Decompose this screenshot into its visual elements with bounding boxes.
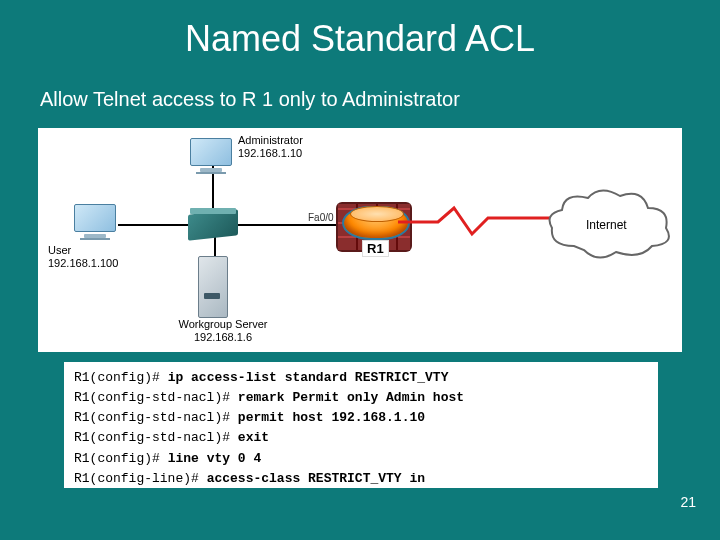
user-label: User 192.168.1.100	[48, 244, 138, 270]
iface-fa00-label: Fa0/0	[306, 212, 336, 223]
cli-line-3: R1(config-std-nacl)# exit	[74, 428, 648, 448]
cli-prompt: R1(config-std-nacl)#	[74, 410, 238, 425]
cli-output: R1(config)# ip access-list standard REST…	[64, 362, 658, 488]
server-ip: 192.168.1.6	[168, 331, 278, 344]
admin-label: Administrator 192.168.1.10	[238, 134, 303, 160]
cli-line-4: R1(config)# line vty 0 4	[74, 449, 648, 469]
cli-line-0: R1(config)# ip access-list standard REST…	[74, 368, 648, 388]
wan-link-icon	[398, 188, 568, 248]
cli-cmd: line vty 0 4	[168, 451, 262, 466]
admin-ip: 192.168.1.10	[238, 147, 303, 160]
cli-cmd: remark Permit only Admin host	[238, 390, 464, 405]
cli-line-2: R1(config-std-nacl)# permit host 192.168…	[74, 408, 648, 428]
cli-cmd: access-class RESTRICT_VTY in	[207, 471, 425, 486]
slide-title: Named Standard ACL	[0, 18, 720, 60]
server-label: Workgroup Server 192.168.1.6	[168, 318, 278, 344]
cli-prompt: R1(config-std-nacl)#	[74, 390, 238, 405]
cli-prompt: R1(config-line)#	[74, 471, 207, 486]
cli-prompt: R1(config)#	[74, 370, 168, 385]
page-number: 21	[680, 494, 696, 510]
slide: Named Standard ACL Allow Telnet access t…	[0, 0, 720, 540]
user-ip: 192.168.1.100	[48, 257, 138, 270]
router-icon	[342, 206, 406, 240]
cli-prompt: R1(config)#	[74, 451, 168, 466]
router-label: R1	[362, 240, 389, 257]
cli-cmd: permit host 192.168.1.10	[238, 410, 425, 425]
admin-pc-icon	[190, 138, 232, 172]
user-name: User	[48, 244, 138, 257]
cli-cmd: ip access-list standard RESTRICT_VTY	[168, 370, 449, 385]
cli-line-1: R1(config-std-nacl)# remark Permit only …	[74, 388, 648, 408]
server-name: Workgroup Server	[168, 318, 278, 331]
cli-prompt: R1(config-std-nacl)#	[74, 430, 238, 445]
switch-icon	[188, 209, 238, 240]
server-icon	[198, 256, 228, 318]
cloud-label: Internet	[586, 218, 627, 232]
user-pc-icon	[74, 204, 116, 238]
admin-name: Administrator	[238, 134, 303, 147]
network-diagram: Administrator 192.168.1.10 User 192.168.…	[38, 128, 682, 352]
slide-subtitle: Allow Telnet access to R 1 only to Admin…	[40, 88, 460, 111]
cli-cmd: exit	[238, 430, 269, 445]
cli-line-5: R1(config-line)# access-class RESTRICT_V…	[74, 469, 648, 489]
